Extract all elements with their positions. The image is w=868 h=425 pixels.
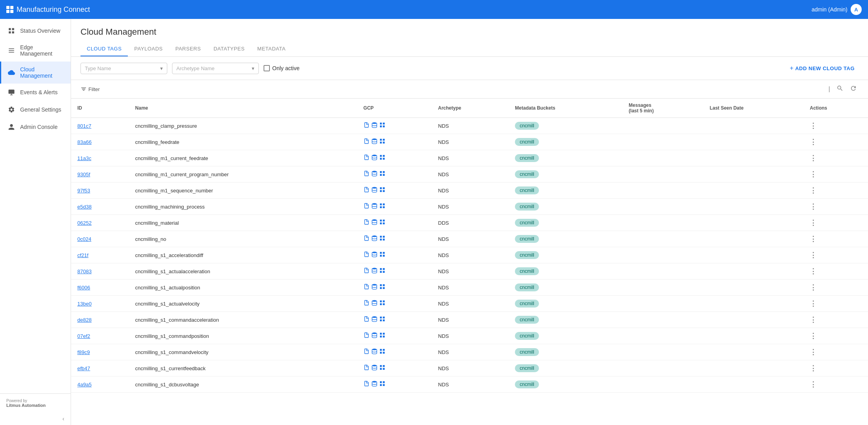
cell-actions[interactable]: ⋮ xyxy=(803,199,868,215)
sidebar-item-cloud-management[interactable]: Cloud Management xyxy=(0,62,71,84)
cell-actions[interactable]: ⋮ xyxy=(803,312,868,328)
gcp-doc-icon[interactable] xyxy=(363,332,370,340)
gcp-db-icon[interactable] xyxy=(371,122,378,130)
gcp-db-icon[interactable] xyxy=(371,203,378,211)
cell-actions[interactable]: ⋮ xyxy=(803,296,868,312)
refresh-icon[interactable] xyxy=(848,83,859,95)
cell-actions[interactable]: ⋮ xyxy=(803,166,868,183)
cell-id[interactable]: f89c9 xyxy=(71,344,129,360)
row-actions-menu[interactable]: ⋮ xyxy=(810,283,817,291)
id-link[interactable]: f6006 xyxy=(77,285,90,291)
gcp-db-icon[interactable] xyxy=(371,364,378,372)
id-link[interactable]: 9305f xyxy=(77,171,90,177)
id-link[interactable]: 97f53 xyxy=(77,188,90,194)
row-actions-menu[interactable]: ⋮ xyxy=(810,316,817,324)
cell-actions[interactable]: ⋮ xyxy=(803,118,868,134)
gcp-doc-icon[interactable] xyxy=(363,186,370,194)
gcp-db-icon[interactable] xyxy=(371,332,378,340)
cell-id[interactable]: 0c024 xyxy=(71,231,129,247)
gcp-doc-icon[interactable] xyxy=(363,300,370,308)
cell-id[interactable]: cf21f xyxy=(71,247,129,263)
cell-actions[interactable]: ⋮ xyxy=(803,247,868,263)
id-link[interactable]: 07ef2 xyxy=(77,333,90,339)
gcp-grid-icon[interactable] xyxy=(379,267,385,275)
user-area[interactable]: admin (Admin) A xyxy=(812,4,862,15)
gcp-doc-icon[interactable] xyxy=(363,154,370,162)
gcp-db-icon[interactable] xyxy=(371,219,378,227)
filter-button[interactable]: Filter xyxy=(80,86,100,92)
gcp-doc-icon[interactable] xyxy=(363,170,370,178)
tab-datatypes[interactable]: DATATYPES xyxy=(207,42,251,56)
gcp-db-icon[interactable] xyxy=(371,251,378,259)
gcp-db-icon[interactable] xyxy=(371,235,378,243)
gcp-db-icon[interactable] xyxy=(371,348,378,356)
cell-actions[interactable]: ⋮ xyxy=(803,328,868,344)
id-link[interactable]: efb47 xyxy=(77,365,90,371)
cell-id[interactable]: 4a9a5 xyxy=(71,377,129,393)
gcp-doc-icon[interactable] xyxy=(363,316,370,324)
only-active-checkbox-label[interactable]: Only active xyxy=(264,65,299,71)
gcp-grid-icon[interactable] xyxy=(379,235,385,243)
id-link[interactable]: cf21f xyxy=(77,252,88,258)
row-actions-menu[interactable]: ⋮ xyxy=(810,154,817,162)
gcp-db-icon[interactable] xyxy=(371,170,378,178)
row-actions-menu[interactable]: ⋮ xyxy=(810,267,817,275)
cell-actions[interactable]: ⋮ xyxy=(803,280,868,296)
only-active-checkbox[interactable] xyxy=(264,65,270,71)
cell-id[interactable]: de828 xyxy=(71,312,129,328)
gcp-doc-icon[interactable] xyxy=(363,235,370,243)
tab-payloads[interactable]: PAYLOADS xyxy=(128,42,169,56)
row-actions-menu[interactable]: ⋮ xyxy=(810,203,817,211)
gcp-doc-icon[interactable] xyxy=(363,122,370,130)
row-actions-menu[interactable]: ⋮ xyxy=(810,219,817,227)
id-link[interactable]: 06252 xyxy=(77,220,92,226)
gcp-doc-icon[interactable] xyxy=(363,251,370,259)
gcp-db-icon[interactable] xyxy=(371,283,378,291)
gcp-grid-icon[interactable] xyxy=(379,251,385,259)
cell-id[interactable]: 07ef2 xyxy=(71,328,129,344)
gcp-db-icon[interactable] xyxy=(371,138,378,146)
gcp-doc-icon[interactable] xyxy=(363,138,370,146)
type-name-select[interactable]: Type Name ▾ xyxy=(80,63,167,74)
sidebar-item-edge-management[interactable]: Edge Management xyxy=(0,39,71,62)
id-link[interactable]: 13be0 xyxy=(77,301,92,307)
gcp-db-icon[interactable] xyxy=(371,267,378,275)
avatar[interactable]: A xyxy=(851,4,862,15)
id-link[interactable]: 0c024 xyxy=(77,236,91,242)
cell-actions[interactable]: ⋮ xyxy=(803,344,868,360)
gcp-grid-icon[interactable] xyxy=(379,138,385,146)
cell-id[interactable]: efb47 xyxy=(71,360,129,377)
gcp-db-icon[interactable] xyxy=(371,316,378,324)
cell-actions[interactable]: ⋮ xyxy=(803,150,868,166)
gcp-db-icon[interactable] xyxy=(371,380,378,388)
sidebar-item-status-overview[interactable]: Status Overview xyxy=(0,22,71,39)
gcp-grid-icon[interactable] xyxy=(379,316,385,324)
gcp-grid-icon[interactable] xyxy=(379,219,385,227)
id-link[interactable]: f89c9 xyxy=(77,349,90,355)
row-actions-menu[interactable]: ⋮ xyxy=(810,235,817,243)
cell-id[interactable]: 87083 xyxy=(71,263,129,280)
archetype-name-select[interactable]: Archetype Name ▾ xyxy=(172,63,259,74)
gcp-db-icon[interactable] xyxy=(371,154,378,162)
cell-id[interactable]: 801c7 xyxy=(71,118,129,134)
cell-id[interactable]: 97f53 xyxy=(71,183,129,199)
cell-id[interactable]: 13be0 xyxy=(71,296,129,312)
search-icon[interactable] xyxy=(835,83,845,95)
row-actions-menu[interactable]: ⋮ xyxy=(810,138,817,146)
cell-id[interactable]: 9305f xyxy=(71,166,129,183)
sidebar-item-events-alerts[interactable]: Events & Alerts xyxy=(0,84,71,101)
row-actions-menu[interactable]: ⋮ xyxy=(810,186,817,194)
cell-id[interactable]: 83a66 xyxy=(71,134,129,150)
row-actions-menu[interactable]: ⋮ xyxy=(810,251,817,259)
gcp-doc-icon[interactable] xyxy=(363,283,370,291)
tab-metadata[interactable]: METADATA xyxy=(251,42,292,56)
tab-cloud-tags[interactable]: CLOUD TAGS xyxy=(80,42,128,56)
gcp-grid-icon[interactable] xyxy=(379,300,385,308)
id-link[interactable]: e5d38 xyxy=(77,204,92,210)
cell-id[interactable]: f6006 xyxy=(71,280,129,296)
gcp-grid-icon[interactable] xyxy=(379,348,385,356)
cell-id[interactable]: e5d38 xyxy=(71,199,129,215)
gcp-grid-icon[interactable] xyxy=(379,186,385,194)
cell-actions[interactable]: ⋮ xyxy=(803,215,868,231)
row-actions-menu[interactable]: ⋮ xyxy=(810,364,817,372)
